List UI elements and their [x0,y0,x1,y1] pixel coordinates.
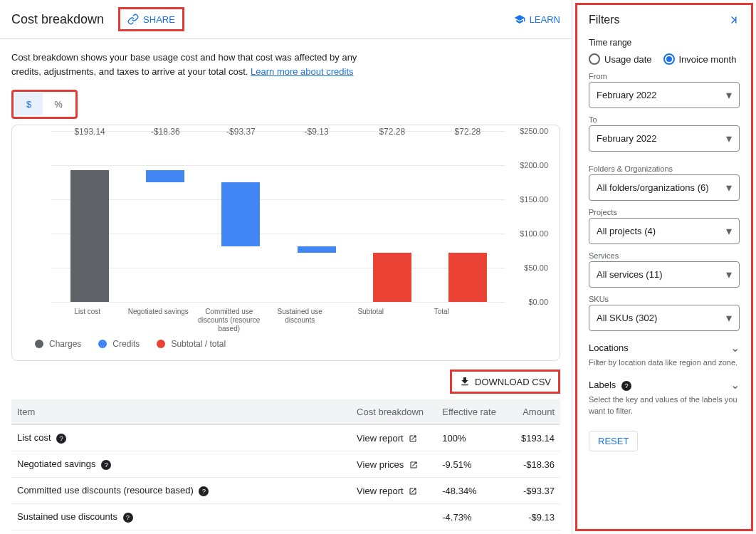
table-header: Amount [508,399,560,425]
bar-label: $72.28 [455,127,481,251]
collapse-icon[interactable] [727,14,740,26]
graduation-icon [514,14,525,25]
bar-total[interactable]: $72.28 [355,131,430,302]
table-header: Effective rate [436,399,508,425]
table-row: List cost ?View report 100%$193.14 [11,425,560,451]
header: Cost breakdown SHARE LEARN [0,0,572,39]
x-label: Negotiated savings [123,308,194,333]
percent-toggle[interactable]: % [43,93,74,115]
help-icon[interactable]: ? [123,513,133,523]
locations-hint: Filter by location data like region and … [589,357,740,368]
table-row: CostView report $193.14 [11,530,560,535]
bar-label: -$9.13 [305,127,329,245]
view-link[interactable]: View report [357,433,417,444]
filters-panel: Filters Time range Usage date Invoice mo… [575,3,753,531]
y-tick: $100.00 [520,229,548,238]
help-icon[interactable]: ? [101,460,111,470]
folders-label: Folders & Organizations [589,164,740,173]
skus-select[interactable]: All SKUs (302)▾ [589,305,740,331]
filters-title: Filters [589,14,620,26]
y-tick: $200.00 [520,161,548,169]
chart-container: $0.00$50.00$100.00$150.00$200.00$250.00$… [11,125,560,361]
y-tick: $50.00 [524,263,548,272]
unit-toggle: $ % [11,90,78,119]
description: Cost breakdown shows your base usage cos… [11,51,367,78]
learn-button[interactable]: LEARN [514,14,560,25]
learn-more-link[interactable]: Learn more about credits [251,66,354,77]
y-tick: $0.00 [528,298,548,306]
bar-label: $72.28 [379,127,405,251]
download-csv-button[interactable]: DOWNLOAD CSV [450,370,560,394]
table-row: Negotiated savings ?View prices -9.51%-$… [11,451,560,478]
table-row: Sustained use discounts ?-4.73%-$9.13 [11,504,560,530]
page-title: Cost breakdown [11,12,104,27]
skus-label: SKUs [589,295,740,303]
legend-item: Subtotal / total [157,339,226,349]
to-select[interactable]: February 2022▾ [589,125,740,152]
share-button[interactable]: SHARE [118,7,184,31]
reset-button[interactable]: RESET [589,431,638,451]
x-label: Committed use discounts (resource based) [194,308,265,333]
labels-expand[interactable]: Labels ? ⌄ [589,378,740,392]
bar-total[interactable]: $72.28 [430,131,505,302]
radio-usage-date[interactable]: Usage date [589,53,652,65]
bar-credit[interactable]: -$9.13 [279,131,355,302]
legend-item: Charges [35,339,81,349]
bar-label: -$93.37 [226,127,256,181]
bar-credit[interactable]: -$18.36 [127,131,203,302]
x-label: Total [406,308,478,333]
legend-item: Credits [98,339,140,349]
table-header: Cost breakdown [351,399,436,425]
x-label: Subtotal [335,308,406,333]
link-icon [127,14,139,25]
radio-invoice-month[interactable]: Invoice month [663,53,737,65]
table-header: Item [11,399,351,425]
bar-credit[interactable]: -$93.37 [203,131,278,302]
projects-label: Projects [589,208,740,216]
view-link[interactable]: View report [357,486,417,496]
to-label: To [589,115,740,124]
launch-icon [409,486,417,496]
locations-expand[interactable]: Locations ⌄ [589,341,740,355]
view-link[interactable]: View prices [357,459,418,470]
from-label: From [589,72,740,80]
services-select[interactable]: All services (11)▾ [589,261,740,288]
chevron-down-icon: ⌄ [730,378,740,392]
chevron-down-icon: ⌄ [730,341,740,355]
launch-icon [409,459,418,470]
table-row: Committed use discounts (resource based)… [11,478,560,504]
x-label: Sustained use discounts [265,308,336,333]
bar-label: -$18.36 [151,127,180,169]
folders-select[interactable]: All folders/organizations (6)▾ [589,174,740,201]
y-tick: $250.00 [520,127,548,135]
launch-icon [409,433,417,444]
dollar-toggle[interactable]: $ [15,93,43,115]
cost-table: ItemCost breakdownEffective rateAmount L… [11,399,560,534]
x-label: List cost [52,308,123,333]
bar-charge[interactable]: $193.14 [52,131,127,302]
time-range-label: Time range [589,38,740,48]
from-select[interactable]: February 2022▾ [589,82,740,108]
help-icon[interactable]: ? [621,381,631,391]
chart-area: $0.00$50.00$100.00$150.00$200.00$250.00$… [23,131,548,302]
y-tick: $150.00 [520,195,548,204]
labels-hint: Select the key and values of the labels … [589,394,740,417]
projects-select[interactable]: All projects (4)▾ [589,218,740,244]
download-icon [459,376,471,387]
help-icon[interactable]: ? [56,434,66,444]
services-label: Services [589,251,740,260]
help-icon[interactable]: ? [199,486,209,496]
bar-label: $193.14 [74,127,105,169]
